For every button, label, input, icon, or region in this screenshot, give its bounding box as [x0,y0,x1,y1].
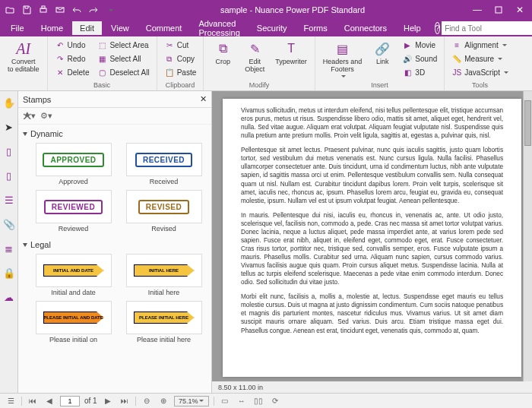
email-icon[interactable] [53,3,67,17]
stamp-item[interactable]: PLEASE INITIAL AND DATEPlease initial on [30,301,116,343]
headers-footers-button[interactable]: ▤Headers and Footers [320,39,366,79]
maximize-button[interactable] [489,2,508,17]
stamp-item[interactable]: APPROVEDApproved [30,143,116,185]
alignment-button[interactable]: ≡Alignment [449,39,511,52]
stamp-preview: INITIAL AND DATE [36,254,112,287]
category-header[interactable]: Dynamic [23,128,207,140]
stamp-item[interactable]: REVIEWEDReviewed [30,190,116,232]
menu-icon[interactable]: ☰ [5,395,17,407]
stamp-label: Please initial on [49,336,97,343]
close-button[interactable]: ✕ [511,2,529,17]
ribbon-group-insert: ▤Headers and Footers 🔗Link ▶Movie 🔊Sound… [315,36,445,90]
select-area-button[interactable]: ⬚Select Area [94,39,151,52]
hand-tool-icon[interactable]: ✋ [2,96,16,109]
cloud-icon[interactable]: ☁ [2,290,16,304]
stamp-gear-icon[interactable]: ⚙▾ [40,111,52,121]
stamp-grid: INITIAL AND DATEInitial and dateINITIAL … [23,251,207,349]
rotate-icon[interactable]: ⟳ [269,395,281,407]
typewriter-button[interactable]: TTypewriter [272,39,310,68]
stamp-graphic: RECEIVED [135,153,192,167]
find-a-tool-input[interactable] [442,21,532,35]
first-page-icon[interactable]: ⏮ [27,395,39,407]
three-d-button[interactable]: ◧3D [400,66,439,79]
convert-icon: AI [15,40,32,57]
qat-dropdown-icon[interactable] [103,3,117,17]
save-icon[interactable] [20,3,33,17]
tab-forms[interactable]: Forms [296,21,335,35]
deselect-all-icon: ▢ [97,68,107,78]
stamp-item[interactable]: PLEASE INITIAL HEREPlease initial here [121,301,207,343]
paste-button[interactable]: 📋Paste [162,66,199,79]
pages-icon[interactable]: ▯ [2,169,16,182]
zoom-level-select[interactable]: 75.1% [174,396,209,406]
cut-button[interactable]: ✂Cut [162,39,199,52]
tab-edit[interactable]: Edit [72,21,102,35]
tab-file[interactable]: File [3,21,32,35]
redo-icon[interactable] [87,3,100,17]
stamp-item[interactable]: INITIAL AND DATEInitial and date [30,254,116,296]
list-icon[interactable]: ☰ [2,193,16,207]
movie-button[interactable]: ▶Movie [400,39,439,52]
window-controls: — ✕ [468,2,529,17]
next-page-icon[interactable]: ▶ [102,395,114,407]
fit-page-icon[interactable]: ▭ [219,395,231,407]
redo-button[interactable]: ↷Redo [52,52,92,65]
stamp-label: Initial here [148,289,180,296]
measure-button[interactable]: 📏Measure [449,52,511,65]
deselect-all-label: Deselect All [109,68,149,77]
link-button[interactable]: 🔗Link [368,39,397,68]
zoom-out-icon[interactable]: ⊖ [141,395,153,407]
javascript-button[interactable]: JSJavaScript [449,66,511,79]
text-icon[interactable]: ≣ [2,242,16,255]
tab-home[interactable]: Home [33,21,71,35]
document-viewport[interactable]: Vivamus sollicitudin, metus ut interdum … [212,91,532,381]
undo-button[interactable]: ↶Undo [52,39,92,52]
stamp-graphic: PLEASE INITIAL HERE [134,312,195,324]
two-page-icon[interactable]: ▯▯ [252,395,264,407]
tab-view[interactable]: View [103,21,137,35]
deselect-all-button[interactable]: ▢Deselect All [94,66,151,79]
stamp-item[interactable]: INITIAL HEREInitial here [121,254,207,296]
pdf-page: Vivamus sollicitudin, metus ut interdum … [223,99,521,377]
tab-comment[interactable]: Comment [138,21,190,35]
edit-object-button[interactable]: ✎Edit Object [240,39,269,75]
bookmarks-icon[interactable]: ▯ [2,144,16,158]
panel-toolbar: 🟊▾ ⚙▾ [18,108,211,125]
svg-rect-3 [496,7,502,13]
fit-width-icon[interactable]: ↔ [236,395,248,407]
ribbon-group-basic: ↶Undo ↷Redo ✕Delete ⬚Select Area ▦Select… [48,36,157,90]
sound-button[interactable]: 🔊Sound [400,52,439,65]
security-lock-icon[interactable]: 🔒 [2,266,16,280]
file-open-icon[interactable] [3,3,17,17]
crop-button[interactable]: ⧉Crop [208,39,237,68]
stamp-item[interactable]: RECEIVEDReceived [121,143,207,185]
undo-icon[interactable] [70,3,84,17]
stamp-item[interactable]: REVISEDRevised [121,190,207,232]
zoom-in-icon[interactable]: ⊕ [157,395,169,407]
last-page-icon[interactable]: ⏭ [119,395,131,407]
copy-button[interactable]: ⧉Copy [162,52,199,65]
prev-page-icon[interactable]: ◀ [43,395,55,407]
tab-help[interactable]: Help [396,21,429,35]
tab-security[interactable]: Security [249,21,295,35]
menu-tabs: File Home Edit View Comment Advanced Pro… [0,20,532,36]
alignment-icon: ≡ [451,40,462,51]
help-icon[interactable]: ? [435,22,441,34]
minimize-button[interactable]: — [468,2,486,17]
paste-label: Paste [177,68,197,77]
arrow-tool-icon[interactable]: ➤ [2,120,16,134]
print-icon[interactable] [36,3,50,17]
delete-button[interactable]: ✕Delete [52,66,92,79]
scroll-thumb[interactable] [524,100,531,146]
stamp-tool-icon[interactable]: 🟊▾ [23,111,36,121]
panel-close-icon[interactable]: ✕ [200,94,207,104]
attachment-icon[interactable]: 📎 [2,217,16,231]
copy-icon: ⧉ [164,54,175,65]
tab-connectors[interactable]: Connectors [337,21,394,35]
page-number-input[interactable] [60,396,80,406]
vertical-scrollbar[interactable] [523,91,532,381]
select-all-button[interactable]: ▦Select All [94,52,151,65]
select-area-label: Select Area [109,41,148,49]
category-header[interactable]: Legal [23,239,207,251]
convert-to-editable-button[interactable]: AI Convert to editable [5,39,43,75]
